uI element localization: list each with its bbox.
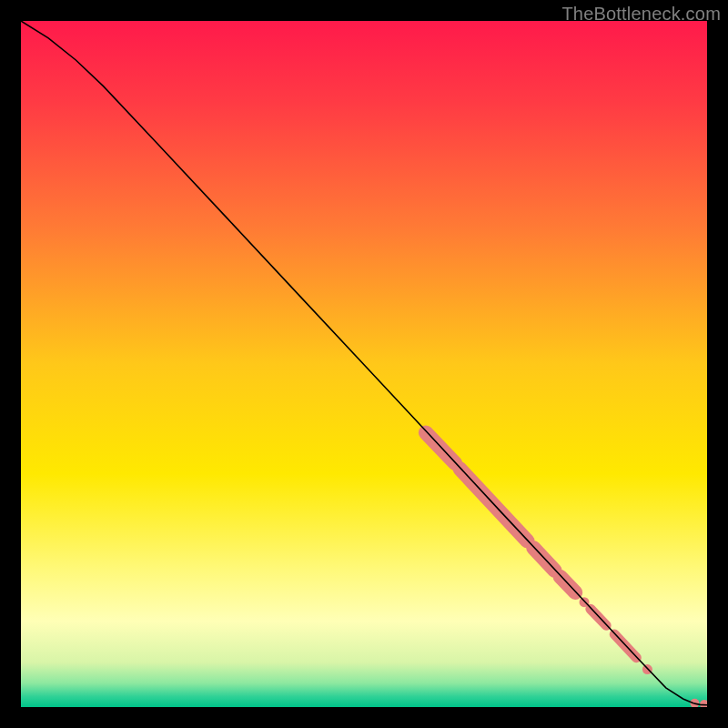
chart-stage: TheBottleneck.com bbox=[0, 0, 728, 728]
chart-plot bbox=[21, 21, 707, 707]
